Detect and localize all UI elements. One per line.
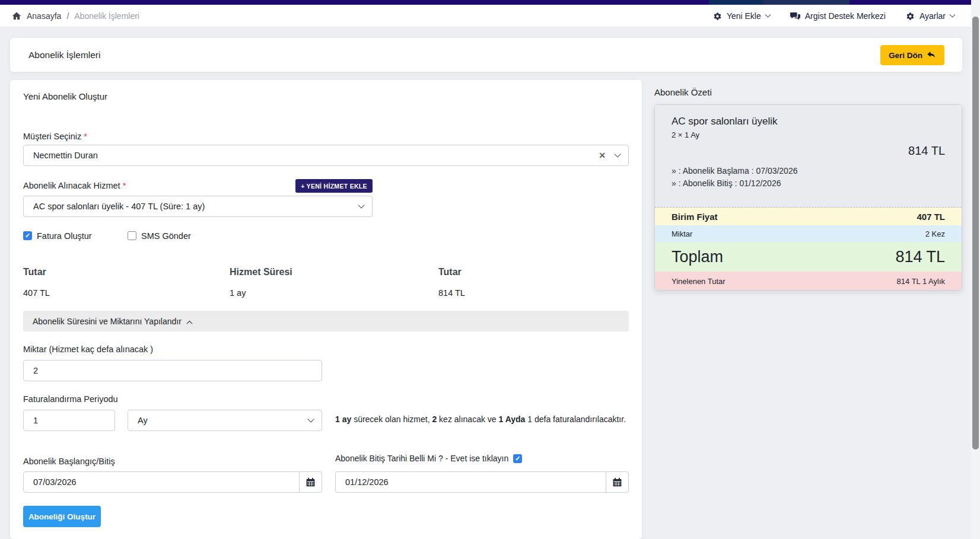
clear-icon[interactable]: ✕ (599, 151, 606, 160)
breadcrumb-home-link[interactable]: Anasayfa (27, 11, 61, 21)
top-strip-segment-navy (763, 0, 849, 5)
start-date-value: 07/03/2026 (24, 477, 299, 487)
customer-select-value: Necmettin Duran (33, 151, 98, 160)
quantity-label: Miktar (Hizmet kaç defa alınacak ) (23, 345, 153, 354)
quantity-row-label: Miktar (672, 229, 692, 238)
total-label: Toplam (672, 248, 723, 266)
customer-label: Müşteri Seçiniz * (23, 132, 87, 141)
total-col1-value: 407 TL (23, 288, 50, 298)
required-asterisk: * (123, 181, 126, 190)
total-col2-value: 1 ay (230, 288, 246, 298)
total-col2-header: Hizmet Süresi (230, 267, 292, 278)
page-title: Abonelik İşlemleri (28, 38, 100, 72)
calendar-icon[interactable] (606, 472, 628, 492)
new-subscription-form-card: Yeni Abonelik Oluştur Müşteri Seçiniz * … (10, 80, 642, 539)
billing-unit-value: Ay (138, 416, 148, 425)
gear-icon (713, 12, 722, 21)
configure-duration-toggle[interactable]: Abonelik Süresini ve Miktarını Yapılandı… (23, 311, 629, 331)
chevron-down-icon (358, 202, 364, 208)
billing-summary-sentence: 1 ay sürecek olan hizmet, 2 kez alınacak… (335, 414, 626, 424)
top-accent-strip (0, 0, 980, 5)
chevron-down-icon (765, 11, 771, 17)
summary-row-recurring: Yinelenen Tutar 814 TL 1 Aylık (655, 272, 962, 291)
summary-top-section: AC spor salonları üyelik 2 × 1 Ay 814 TL… (655, 105, 962, 208)
app-root: Anasayfa / Abonelik İşlemleri Yeni Ekle … (0, 0, 980, 539)
summary-heading: Abonelik Özeti (654, 87, 712, 97)
required-asterisk: * (84, 132, 87, 141)
recurring-value: 814 TL 1 Aylık (897, 277, 945, 286)
calendar-icon[interactable] (299, 472, 322, 492)
reply-arrow-icon (927, 51, 936, 59)
summary-row-quantity: Miktar 2 Kez (655, 225, 962, 242)
end-date-value: 01/12/2026 (336, 477, 606, 487)
sms-checkbox[interactable] (128, 231, 136, 240)
invoice-checkbox-label: Fatura Oluştur (37, 231, 92, 241)
create-subscription-button[interactable]: Aboneliği Oluştur (23, 506, 101, 527)
summary-end-line: » : Abonelik Bitiş : 01/12/2026 (672, 178, 945, 188)
summary-price: 814 TL (672, 144, 945, 158)
gear-icon (906, 12, 915, 21)
add-service-button[interactable]: + YENİ HİZMET EKLE (295, 179, 373, 193)
recurring-label: Yinelenen Tutar (672, 277, 726, 286)
nav-support-label: Argist Destek Merkezi (805, 11, 886, 21)
date-range-label: Abonelik Başlangıç/Bitiş (23, 457, 115, 466)
unit-price-label: Birim Fiyat (672, 212, 718, 222)
breadcrumb-current: Abonelik İşlemleri (74, 11, 139, 21)
billing-count-value: 1 (33, 416, 38, 425)
end-date-input[interactable]: 01/12/2026 (335, 471, 629, 493)
check-icon: ✓ (515, 455, 520, 462)
end-date-known-checkbox[interactable]: ✓ (513, 454, 522, 463)
quantity-value: 2 (33, 366, 38, 375)
summary-start-line: » : Abonelik Başlama : 07/03/2026 (672, 166, 945, 176)
total-value: 814 TL (895, 248, 945, 266)
page-header-card: Abonelik İşlemleri Geri Dön (10, 38, 962, 72)
summary-service-title: AC spor salonları üyelik (672, 116, 945, 127)
total-col1-header: Tutar (23, 267, 46, 278)
chat-icon (790, 12, 800, 21)
billing-count-input[interactable]: 1 (23, 410, 115, 431)
chevron-down-icon (614, 151, 621, 157)
service-label: Abonelik Alınacak Hizmet * (23, 181, 126, 190)
invoice-checkbox[interactable]: ✓ (23, 231, 32, 240)
summary-row-total: Toplam 814 TL (655, 242, 962, 272)
home-icon[interactable] (12, 11, 21, 21)
configure-duration-label: Abonelik Süresini ve Miktarını Yapılandı… (33, 317, 182, 326)
chevron-down-icon (950, 11, 956, 17)
billing-period-label: Faturalandırma Periyodu (23, 394, 118, 404)
service-select-value: AC spor salonları üyelik - 407 TL (Süre:… (33, 202, 205, 211)
navbar-actions: Yeni Ekle Argist Destek Merkezi Ayarlar (713, 5, 954, 27)
chevron-down-icon (307, 416, 314, 422)
navbar: Anasayfa / Abonelik İşlemleri Yeni Ekle … (0, 5, 971, 27)
start-date-input[interactable]: 07/03/2026 (23, 471, 322, 493)
summary-row-unit-price: Birim Fiyat 407 TL (655, 208, 962, 225)
top-strip-segment-blue (709, 0, 763, 5)
unit-price-value: 407 TL (917, 212, 945, 222)
check-icon: ✓ (25, 232, 30, 239)
total-col3-value: 814 TL (438, 288, 465, 298)
nav-item-settings[interactable]: Ayarlar (906, 11, 954, 21)
quantity-row-value: 2 Kez (925, 229, 945, 238)
sms-checkbox-label: SMS Gönder (141, 231, 191, 241)
nav-new-label: Yeni Ekle (727, 11, 761, 21)
back-button[interactable]: Geri Dön (880, 45, 944, 65)
form-title: Yeni Abonelik Oluştur (23, 91, 107, 101)
subscription-summary-card: AC spor salonları üyelik 2 × 1 Ay 814 TL… (654, 104, 962, 291)
billing-unit-select[interactable]: Ay (128, 410, 322, 431)
total-col3-header: Tutar (438, 267, 462, 278)
end-date-known-label: Abonelik Bitiş Tarihi Belli Mi ? - Evet … (335, 454, 508, 463)
customer-select[interactable]: Necmettin Duran ✕ (23, 145, 629, 166)
end-date-known-row: Abonelik Bitiş Tarihi Belli Mi ? - Evet … (335, 454, 522, 463)
quantity-input[interactable]: 2 (23, 360, 322, 381)
breadcrumb-separator: / (66, 11, 69, 21)
nav-item-new[interactable]: Yeni Ekle (713, 11, 770, 21)
service-select[interactable]: AC spor salonları üyelik - 407 TL (Süre:… (23, 196, 373, 217)
nav-item-support[interactable]: Argist Destek Merkezi (790, 11, 886, 21)
scrollbar-thumb[interactable] (972, 17, 979, 449)
chevron-up-icon (186, 321, 192, 327)
summary-qty-line: 2 × 1 Ay (672, 130, 945, 139)
nav-settings-label: Ayarlar (919, 11, 946, 21)
breadcrumb: Anasayfa / Abonelik İşlemleri (12, 5, 139, 27)
back-button-label: Geri Dön (889, 51, 922, 60)
